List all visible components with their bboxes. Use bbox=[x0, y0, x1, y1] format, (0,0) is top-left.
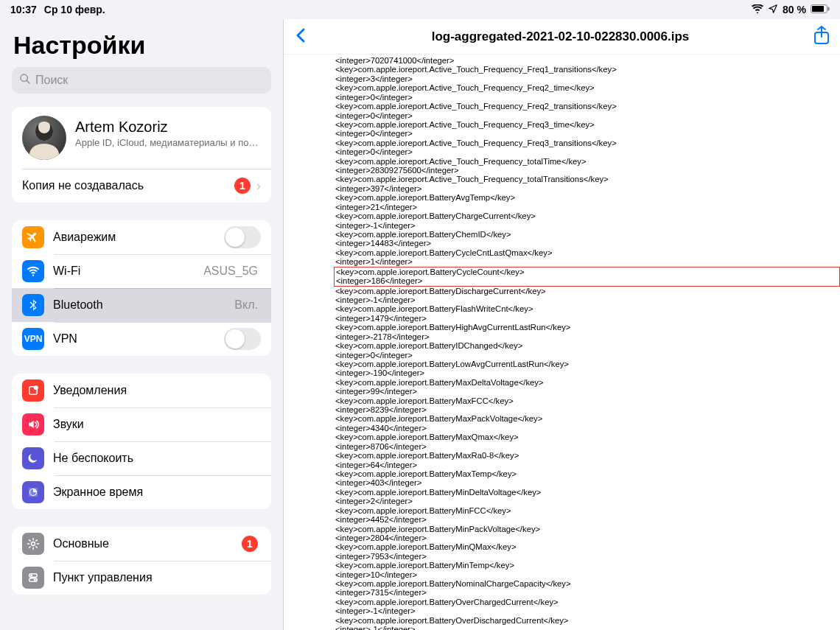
svg-point-11 bbox=[30, 575, 32, 577]
log-line: <key>com.apple.ioreport.BatteryMaxTemp</… bbox=[335, 469, 840, 478]
log-line: <key>com.apple.ioreport.BatteryIDChanged… bbox=[335, 341, 840, 350]
log-line: <key>com.apple.ioreport.Active_Touch_Fre… bbox=[335, 102, 840, 111]
log-line: <integer>4340</integer> bbox=[335, 424, 840, 433]
log-line: <integer>-1</integer> bbox=[335, 295, 840, 304]
status-date: Ср 10 февр. bbox=[44, 4, 105, 15]
log-line: <key>com.apple.ioreport.BatteryChemID</k… bbox=[335, 230, 840, 239]
log-line: <key>com.apple.ioreport.BatteryMinPackVo… bbox=[335, 525, 840, 533]
sidebar-item-wifi[interactable]: Wi-Fi ASUS_5G bbox=[12, 254, 271, 288]
sidebar-item-vpn[interactable]: VPN VPN bbox=[12, 322, 271, 356]
log-line: <integer>1</integer> bbox=[335, 257, 840, 266]
log-line: <key>com.apple.ioreport.BatteryFlashWrit… bbox=[335, 304, 840, 313]
sidebar-item-sounds[interactable]: Звуки bbox=[12, 407, 271, 441]
log-line: <integer>2804</integer> bbox=[335, 533, 840, 542]
log-line: <key>com.apple.ioreport.Active_Touch_Fre… bbox=[335, 157, 840, 166]
log-line: <key>com.apple.ioreport.BatteryMinDeltaV… bbox=[335, 488, 840, 497]
log-line: <key>com.apple.ioreport.BatteryLowAvgCur… bbox=[335, 360, 840, 368]
vpn-toggle[interactable] bbox=[224, 328, 261, 350]
sidebar-item-airplane[interactable]: Авиарежим bbox=[12, 220, 271, 254]
file-title: log-aggregated-2021-02-10-022830.0006.ip… bbox=[307, 29, 813, 44]
profile-name: Artem Kozoriz bbox=[75, 119, 258, 136]
settings-sidebar: Настройки Поиск Artem Kozoriz Apple ID, … bbox=[0, 19, 284, 630]
log-line: <key>com.apple.ioreport.Active_Touch_Fre… bbox=[335, 139, 840, 147]
log-line: <integer>0</integer> bbox=[335, 129, 840, 138]
general-badge: 1 bbox=[242, 536, 258, 552]
log-line: <key>com.apple.ioreport.BatteryMinTemp</… bbox=[335, 561, 840, 570]
content-pane: log-aggregated-2021-02-10-022830.0006.ip… bbox=[284, 19, 840, 630]
sidebar-item-notifications[interactable]: Уведомления bbox=[12, 374, 271, 407]
profile-subtitle: Apple ID, iCloud, медиаматериалы и по… bbox=[75, 137, 258, 148]
wifi-value: ASUS_5G bbox=[203, 265, 258, 278]
sounds-icon bbox=[22, 413, 44, 435]
svg-rect-1 bbox=[812, 6, 824, 12]
notifications-icon bbox=[22, 379, 44, 402]
log-line: <integer>-2178</integer> bbox=[335, 332, 840, 341]
log-line: <integer>8706</integer> bbox=[335, 442, 840, 451]
back-button[interactable] bbox=[294, 27, 307, 47]
svg-line-4 bbox=[27, 80, 29, 83]
share-button[interactable] bbox=[813, 26, 830, 48]
search-placeholder: Поиск bbox=[35, 74, 68, 87]
log-line: <integer>7315</integer> bbox=[335, 588, 840, 597]
log-line: <integer>-1</integer> bbox=[335, 606, 840, 615]
log-line: <key>com.apple.ioreport.BatteryOverCharg… bbox=[335, 598, 840, 606]
sidebar-item-control-center[interactable]: Пункт управления bbox=[12, 561, 271, 595]
log-line: <integer>0</integer> bbox=[335, 93, 840, 102]
log-line: <integer>0</integer> bbox=[335, 147, 840, 156]
log-line: <integer>0</integer> bbox=[335, 351, 840, 360]
group-profile: Artem Kozoriz Apple ID, iCloud, медиамат… bbox=[12, 107, 271, 203]
log-line: <integer>99</integer> bbox=[335, 387, 840, 396]
search-icon bbox=[19, 73, 31, 88]
highlighted-log-entry: <key>com.apple.ioreport.BatteryCycleCoun… bbox=[334, 267, 840, 287]
log-line: <integer>7953</integer> bbox=[335, 552, 840, 561]
log-line: <key>com.apple.ioreport.BatteryChargeCur… bbox=[335, 211, 840, 220]
log-line: <key>com.apple.ioreport.Active_Touch_Fre… bbox=[335, 175, 840, 183]
log-line: <integer>4452</integer> bbox=[335, 515, 840, 524]
control-center-icon bbox=[22, 567, 44, 589]
wifi-settings-icon bbox=[22, 260, 44, 282]
log-line: <integer>3</integer> bbox=[335, 74, 840, 83]
log-line: <integer>397</integer> bbox=[335, 184, 840, 193]
airplane-toggle[interactable] bbox=[224, 226, 261, 248]
log-line: <integer>7020741000</integer> bbox=[335, 56, 840, 65]
group-general: Основные 1 Пункт управления bbox=[12, 527, 271, 595]
backup-badge: 1 bbox=[234, 178, 251, 194]
log-line: <integer>0</integer> bbox=[335, 111, 840, 120]
log-line: <key>com.apple.ioreport.Active_Touch_Fre… bbox=[335, 65, 840, 74]
svg-rect-2 bbox=[828, 7, 830, 11]
log-line: <key>com.apple.ioreport.BatteryMaxDeltaV… bbox=[335, 378, 840, 387]
sidebar-item-dnd[interactable]: Не беспокоить bbox=[12, 441, 271, 475]
log-line: <integer>403</integer> bbox=[335, 478, 840, 487]
log-line: <key>com.apple.ioreport.BatteryMaxPackVo… bbox=[335, 414, 840, 423]
log-line: <integer>2</integer> bbox=[335, 497, 840, 505]
location-icon bbox=[768, 4, 778, 16]
avatar bbox=[22, 116, 66, 160]
page-title: Настройки bbox=[13, 31, 270, 60]
log-line: <key>com.apple.ioreport.BatteryMaxRa0-8<… bbox=[335, 451, 840, 460]
log-content[interactable]: <integer>7020741000</integer><key>com.ap… bbox=[284, 55, 840, 630]
bluetooth-icon bbox=[22, 294, 44, 316]
log-line: <integer>1479</integer> bbox=[335, 314, 840, 323]
battery-icon bbox=[811, 4, 830, 15]
log-line: <key>com.apple.ioreport.BatteryOverDisch… bbox=[335, 616, 840, 625]
log-line: <integer>28309275600</integer> bbox=[335, 166, 840, 175]
log-line: <key>com.apple.ioreport.BatteryDischarge… bbox=[335, 287, 840, 295]
log-line: <integer>8239</integer> bbox=[335, 405, 840, 414]
search-input[interactable]: Поиск bbox=[12, 67, 271, 94]
screentime-icon bbox=[22, 481, 44, 503]
backup-label: Копия не создавалась bbox=[22, 179, 234, 192]
airplane-icon bbox=[22, 226, 44, 248]
log-line: <key>com.apple.ioreport.BatteryMinQMax</… bbox=[335, 542, 840, 551]
sidebar-item-general[interactable]: Основные 1 bbox=[12, 527, 271, 561]
sidebar-item-profile[interactable]: Artem Kozoriz Apple ID, iCloud, медиамат… bbox=[12, 107, 271, 169]
log-line: <key>com.apple.ioreport.Active_Touch_Fre… bbox=[335, 83, 840, 92]
sidebar-item-screentime[interactable]: Экранное время bbox=[12, 475, 271, 509]
bluetooth-value: Вкл. bbox=[234, 298, 258, 312]
sidebar-item-backup[interactable]: Копия не создавалась 1 › bbox=[12, 169, 271, 203]
log-line: <integer>10</integer> bbox=[335, 570, 840, 579]
log-line: <key>com.apple.ioreport.BatteryHighAvgCu… bbox=[335, 323, 840, 332]
sidebar-item-bluetooth[interactable]: Bluetooth Вкл. bbox=[12, 288, 271, 322]
log-line: <integer>-1</integer> bbox=[335, 625, 840, 630]
log-line: <key>com.apple.ioreport.BatteryNominalCh… bbox=[335, 579, 840, 588]
svg-point-13 bbox=[34, 579, 36, 581]
